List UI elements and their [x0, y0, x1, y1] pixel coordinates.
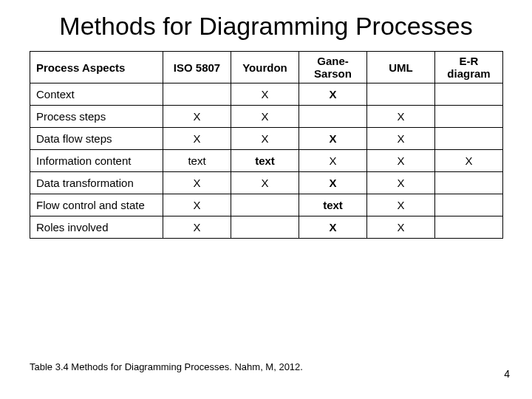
value-cell: X: [163, 172, 231, 194]
value-cell: X: [367, 216, 435, 239]
value-cell: X: [367, 172, 435, 194]
value-cell: X: [299, 83, 367, 106]
col-header-yourdon: Yourdon: [231, 52, 299, 83]
methods-table: Process Aspects ISO 5807 Yourdon Gane-Sa…: [30, 51, 503, 239]
value-cell: X: [163, 194, 231, 216]
value-cell: text: [231, 150, 299, 172]
value-cell: X: [231, 106, 299, 128]
slide: Methods for Diagramming Processes Proces…: [0, 0, 532, 399]
value-cell: X: [367, 128, 435, 150]
col-header-gane: Gane-Sarson: [299, 52, 367, 83]
value-cell: X: [163, 106, 231, 128]
aspect-cell: Information content: [30, 150, 163, 172]
value-cell: X: [299, 172, 367, 194]
value-cell: text: [299, 194, 367, 216]
value-cell: X: [163, 216, 231, 239]
value-cell: X: [435, 150, 503, 172]
table-row: Flow control and stateXtextX: [30, 194, 503, 216]
value-cell: X: [163, 128, 231, 150]
value-cell: [435, 216, 503, 239]
table-row: Roles involvedXXX: [30, 216, 503, 239]
value-cell: X: [299, 150, 367, 172]
value-cell: X: [231, 83, 299, 106]
value-cell: [435, 83, 503, 106]
aspect-cell: Process steps: [30, 106, 163, 128]
value-cell: [231, 194, 299, 216]
col-header-aspects: Process Aspects: [30, 52, 163, 83]
page-title: Methods for Diagramming Processes: [30, 12, 502, 41]
table-header-row: Process Aspects ISO 5807 Yourdon Gane-Sa…: [30, 52, 503, 83]
value-cell: [435, 194, 503, 216]
value-cell: [435, 128, 503, 150]
value-cell: X: [299, 216, 367, 239]
table-row: Data flow stepsXXXX: [30, 128, 503, 150]
table-row: ContextXX: [30, 83, 503, 106]
col-header-iso: ISO 5807: [163, 52, 231, 83]
table-caption: Table 3.4 Methods for Diagramming Proces…: [30, 361, 303, 372]
value-cell: X: [231, 128, 299, 150]
aspect-cell: Data transformation: [30, 172, 163, 194]
value-cell: X: [231, 172, 299, 194]
aspect-cell: Roles involved: [30, 216, 163, 239]
table-row: Information contenttexttextXXX: [30, 150, 503, 172]
table-row: Process stepsXXX: [30, 106, 503, 128]
value-cell: [231, 216, 299, 239]
page-number: 4: [504, 368, 510, 380]
value-cell: [435, 172, 503, 194]
value-cell: X: [367, 194, 435, 216]
aspect-cell: Flow control and state: [30, 194, 163, 216]
value-cell: [163, 83, 231, 106]
aspect-cell: Data flow steps: [30, 128, 163, 150]
value-cell: X: [367, 106, 435, 128]
col-header-uml: UML: [367, 52, 435, 83]
value-cell: [367, 83, 435, 106]
col-header-er: E-R diagram: [435, 52, 503, 83]
value-cell: [435, 106, 503, 128]
value-cell: X: [367, 150, 435, 172]
table-body: ContextXXProcess stepsXXXData flow steps…: [30, 83, 503, 239]
table-row: Data transformationXXXX: [30, 172, 503, 194]
value-cell: [299, 106, 367, 128]
value-cell: X: [299, 128, 367, 150]
aspect-cell: Context: [30, 83, 163, 106]
value-cell: text: [163, 150, 231, 172]
